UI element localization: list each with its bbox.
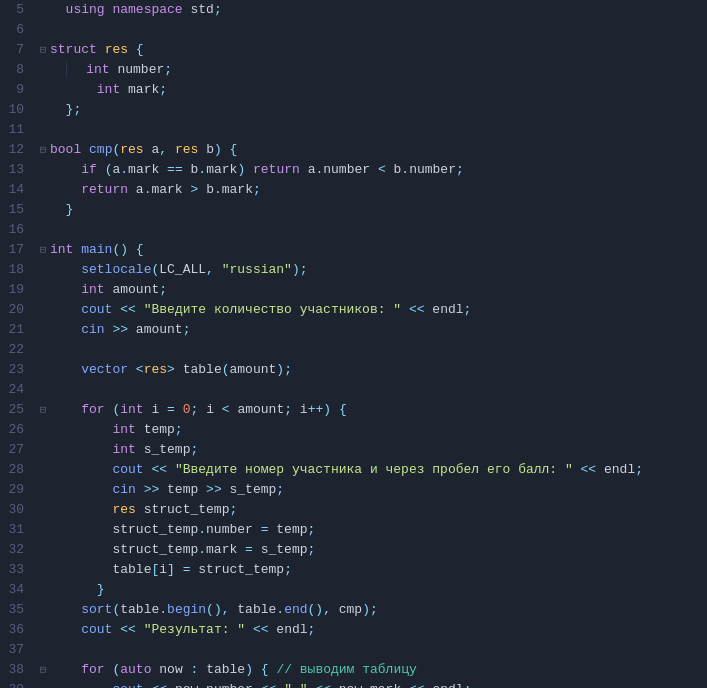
line-content: struct_temp.number = temp; <box>50 520 703 540</box>
code-line: 38 ⊟ for (auto now : table) { // выводим… <box>0 660 707 680</box>
line-content <box>50 640 703 660</box>
line-number: 32 <box>0 540 36 560</box>
line-content: int main() { <box>50 240 703 260</box>
line-number: 33 <box>0 560 36 580</box>
code-line: 15 } <box>0 200 707 220</box>
code-line: 36 cout << "Результат: " << endl; <box>0 620 707 640</box>
fold-icon: ⊟ <box>36 400 50 420</box>
line-number: 27 <box>0 440 36 460</box>
line-number: 20 <box>0 300 36 320</box>
fold-icon: ⊟ <box>36 660 50 680</box>
code-line: 9 int mark; <box>0 80 707 100</box>
line-number: 6 <box>0 20 36 40</box>
line-content: res struct_temp; <box>50 500 703 520</box>
code-line: 7 ⊟ struct res { <box>0 40 707 60</box>
line-content: int s_temp; <box>50 440 703 460</box>
line-number: 34 <box>0 580 36 600</box>
line-number: 37 <box>0 640 36 660</box>
line-content: int number; <box>50 60 703 80</box>
line-content: cout << now.number << " " << now.mark <<… <box>50 680 703 688</box>
code-line: 27 int s_temp; <box>0 440 707 460</box>
code-line: 20 cout << "Введите количество участнико… <box>0 300 707 320</box>
code-line: 31 struct_temp.number = temp; <box>0 520 707 540</box>
code-line: 6 <box>0 20 707 40</box>
line-number: 14 <box>0 180 36 200</box>
line-content: bool cmp(res a, res b) { <box>50 140 703 160</box>
line-number: 31 <box>0 520 36 540</box>
line-content <box>50 20 703 40</box>
line-number: 12 <box>0 140 36 160</box>
line-number: 23 <box>0 360 36 380</box>
line-number: 18 <box>0 260 36 280</box>
line-number: 28 <box>0 460 36 480</box>
code-line: 10 }; <box>0 100 707 120</box>
line-number: 17 <box>0 240 36 260</box>
line-number: 9 <box>0 80 36 100</box>
code-editor: 5 using namespace std; 6 7 ⊟ struct res … <box>0 0 707 688</box>
line-content: cout << "Введите номер участника и через… <box>50 460 703 480</box>
line-content <box>50 380 703 400</box>
fold-icon: ⊟ <box>36 40 50 60</box>
code-line: 14 return a.mark > b.mark; <box>0 180 707 200</box>
line-content <box>50 120 703 140</box>
line-content: cout << "Введите количество участников: … <box>50 300 703 320</box>
fold-icon: ⊟ <box>36 140 50 160</box>
line-number: 11 <box>0 120 36 140</box>
code-line: 23 vector <res> table(amount); <box>0 360 707 380</box>
line-content: } <box>50 580 703 600</box>
code-line: 12 ⊟ bool cmp(res a, res b) { <box>0 140 707 160</box>
line-content <box>50 340 703 360</box>
line-content: for (auto now : table) { // выводим табл… <box>50 660 703 680</box>
line-content: sort(table.begin(), table.end(), cmp); <box>50 600 703 620</box>
code-line: 5 using namespace std; <box>0 0 707 20</box>
code-line: 34 } <box>0 580 707 600</box>
line-content: table[i] = struct_temp; <box>50 560 703 580</box>
code-line: 11 <box>0 120 707 140</box>
line-content: int mark; <box>50 80 703 100</box>
code-line: 37 <box>0 640 707 660</box>
code-line: 30 res struct_temp; <box>0 500 707 520</box>
line-number: 30 <box>0 500 36 520</box>
code-line: 24 <box>0 380 707 400</box>
code-line: 17 ⊟ int main() { <box>0 240 707 260</box>
code-line: 32 struct_temp.mark = s_temp; <box>0 540 707 560</box>
line-content: int amount; <box>50 280 703 300</box>
line-number: 19 <box>0 280 36 300</box>
line-number: 13 <box>0 160 36 180</box>
line-content: int temp; <box>50 420 703 440</box>
line-content: struct res { <box>50 40 703 60</box>
line-number: 35 <box>0 600 36 620</box>
code-line: 19 int amount; <box>0 280 707 300</box>
line-number: 29 <box>0 480 36 500</box>
line-number: 15 <box>0 200 36 220</box>
line-number: 36 <box>0 620 36 640</box>
line-content: }; <box>50 100 703 120</box>
line-number: 22 <box>0 340 36 360</box>
line-number: 38 <box>0 660 36 680</box>
line-number: 16 <box>0 220 36 240</box>
code-line: 29 cin >> temp >> s_temp; <box>0 480 707 500</box>
line-content: if (a.mark == b.mark) return a.number < … <box>50 160 703 180</box>
line-number: 24 <box>0 380 36 400</box>
line-content: struct_temp.mark = s_temp; <box>50 540 703 560</box>
code-line: 8 int number; <box>0 60 707 80</box>
line-number: 5 <box>0 0 36 20</box>
fold-icon: ⊟ <box>36 240 50 260</box>
line-content: cin >> amount; <box>50 320 703 340</box>
code-line: 28 cout << "Введите номер участника и че… <box>0 460 707 480</box>
line-content: cout << "Результат: " << endl; <box>50 620 703 640</box>
line-number: 7 <box>0 40 36 60</box>
line-number: 21 <box>0 320 36 340</box>
line-number: 8 <box>0 60 36 80</box>
line-content: using namespace std; <box>50 0 703 20</box>
line-content: cin >> temp >> s_temp; <box>50 480 703 500</box>
line-content <box>50 220 703 240</box>
code-line: 13 if (a.mark == b.mark) return a.number… <box>0 160 707 180</box>
line-content: return a.mark > b.mark; <box>50 180 703 200</box>
code-line: 26 int temp; <box>0 420 707 440</box>
code-line: 18 setlocale(LC_ALL, "russian"); <box>0 260 707 280</box>
line-number: 26 <box>0 420 36 440</box>
code-line: 21 cin >> amount; <box>0 320 707 340</box>
line-content: vector <res> table(amount); <box>50 360 703 380</box>
line-content: for (int i = 0; i < amount; i++) { <box>50 400 703 420</box>
